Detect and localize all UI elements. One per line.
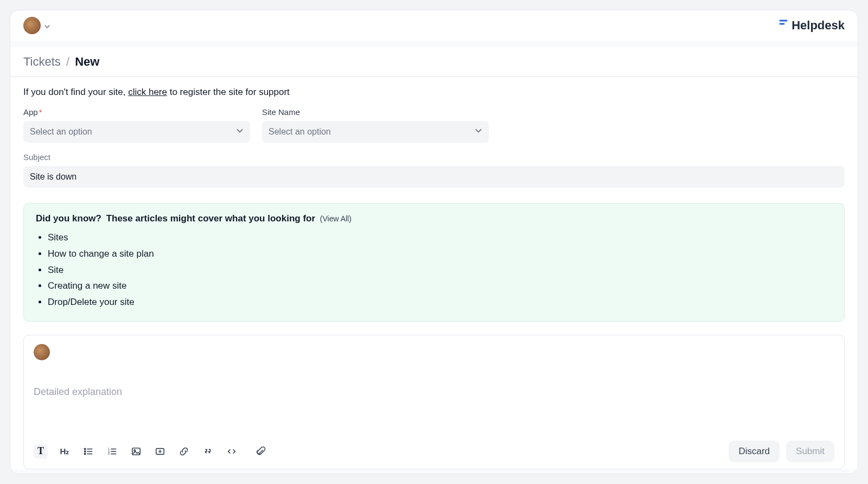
register-site-hint: If you don't find your site, click here …: [23, 87, 845, 98]
breadcrumb-parent[interactable]: Tickets: [23, 55, 61, 68]
link-icon[interactable]: [177, 444, 191, 458]
toolbar-text-style[interactable]: T: [34, 444, 48, 458]
avatar: [23, 17, 41, 34]
view-all-link[interactable]: (View All): [320, 214, 352, 223]
breadcrumb: Tickets / New: [10, 47, 858, 77]
app-label: App*: [23, 107, 250, 117]
content-scroll[interactable]: Tickets / New If you don't find your sit…: [10, 41, 858, 474]
suggested-article[interactable]: How to change a site plan: [48, 246, 832, 262]
numbered-list-icon[interactable]: 123: [105, 444, 119, 458]
svg-text:3: 3: [108, 452, 110, 455]
suggested-article[interactable]: Sites: [48, 230, 832, 246]
quote-icon[interactable]: [201, 444, 215, 458]
editor-toolbar: T H₂ 123: [34, 444, 268, 458]
app-select-placeholder: Select an option: [30, 127, 92, 137]
description-editor: Detailed explanation T H₂ 123: [23, 335, 845, 469]
description-textarea[interactable]: Detailed explanation: [34, 360, 834, 425]
subject-input[interactable]: Site is down: [23, 166, 845, 188]
chevron-down-icon: [475, 127, 482, 137]
breadcrumb-separator: /: [66, 55, 69, 68]
video-icon[interactable]: [153, 444, 167, 458]
site-label: Site Name: [262, 107, 489, 117]
user-menu-toggle[interactable]: [23, 17, 50, 34]
avatar: [34, 344, 50, 360]
suggestions-title: Did you know? These articles might cover…: [36, 213, 832, 224]
app-select[interactable]: Select an option: [23, 121, 250, 143]
topbar: Helpdesk: [10, 10, 858, 41]
ticket-form: If you don't find your site, click here …: [10, 77, 858, 192]
site-select[interactable]: Select an option: [262, 121, 489, 143]
chevron-down-icon: [44, 22, 50, 29]
attachment-icon[interactable]: [254, 444, 268, 458]
discard-button[interactable]: Discard: [729, 441, 780, 462]
submit-button[interactable]: Submit: [786, 441, 834, 462]
suggested-article[interactable]: Drop/Delete your site: [48, 294, 832, 310]
app-window: Helpdesk Tickets / New If you don't find…: [10, 10, 858, 474]
register-site-link[interactable]: click here: [128, 87, 167, 97]
suggested-articles-box: Did you know? These articles might cover…: [23, 203, 845, 322]
subject-label: Subject: [23, 152, 845, 162]
site-select-placeholder: Select an option: [269, 127, 331, 137]
svg-point-0: [85, 448, 86, 449]
suggested-article[interactable]: Site: [48, 262, 832, 278]
brand: Helpdesk: [778, 18, 845, 33]
breadcrumb-current: New: [75, 55, 99, 68]
svg-point-1: [85, 451, 86, 452]
brand-logo-icon: [778, 19, 788, 31]
toolbar-heading2[interactable]: H₂: [58, 444, 72, 458]
svg-rect-12: [132, 448, 140, 455]
svg-point-2: [85, 453, 86, 454]
chevron-down-icon: [236, 127, 244, 137]
bullet-list-icon[interactable]: [81, 444, 95, 458]
brand-name: Helpdesk: [792, 18, 845, 33]
image-icon[interactable]: [129, 444, 143, 458]
code-icon[interactable]: [225, 444, 239, 458]
suggested-article[interactable]: Creating a new site: [48, 278, 832, 294]
description-placeholder: Detailed explanation: [34, 386, 834, 398]
